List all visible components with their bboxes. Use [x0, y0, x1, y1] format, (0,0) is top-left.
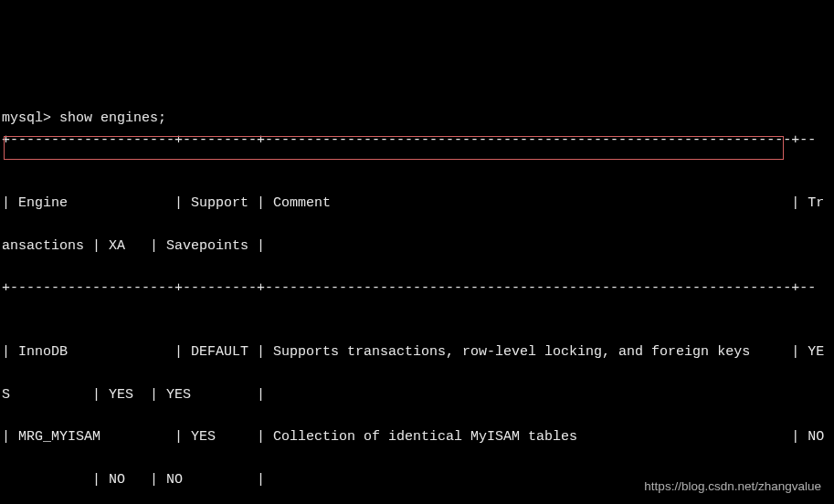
watermark-text: https://blog.csdn.net/zhangvalue	[644, 478, 821, 497]
mysql-terminal[interactable]: mysql> show engines; +------------------…	[0, 85, 834, 504]
sql-command: show engines;	[59, 110, 166, 126]
table-header-line2: ansactions | XA | Savepoints |	[2, 236, 834, 257]
table-border-top: +--------------------+---------+--------…	[2, 130, 834, 151]
table-border-mid: +--------------------+---------+--------…	[2, 278, 834, 299]
mysql-prompt: mysql>	[2, 110, 59, 126]
table-row: | InnoDB | DEFAULT | Supports transactio…	[2, 341, 834, 362]
table-row: | MRG_MYISAM | YES | Collection of ident…	[2, 426, 834, 447]
table-row: S | YES | YES |	[2, 384, 834, 405]
table-header-line1: | Engine | Support | Comment | Tr	[2, 193, 834, 214]
